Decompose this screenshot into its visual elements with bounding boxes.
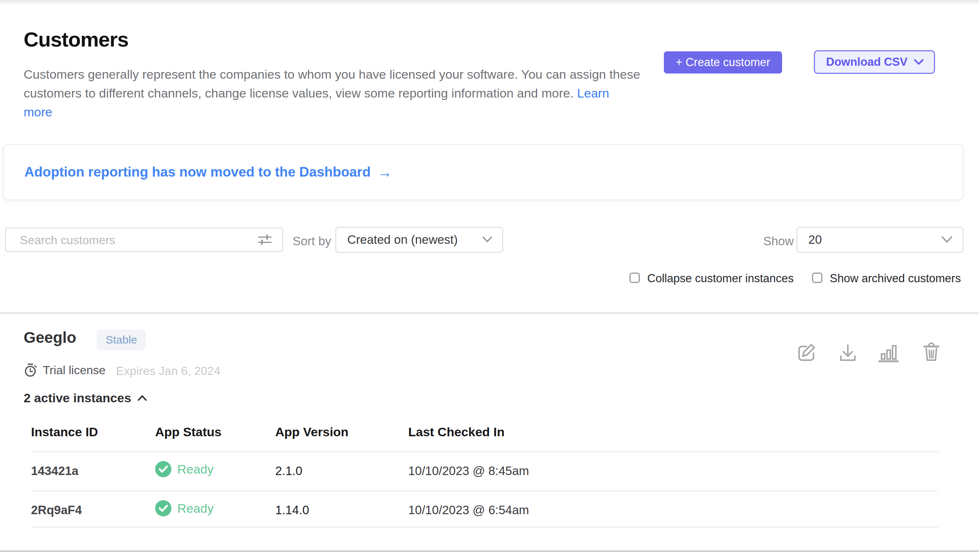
- sort-select[interactable]: Created on (newest): [335, 227, 503, 253]
- page-description: Customers generally represent the compan…: [23, 65, 640, 122]
- search-customers-input[interactable]: [19, 228, 242, 252]
- checkbox-row: Collapse customer instances Show archive…: [0, 272, 979, 287]
- status-check-icon: [155, 500, 172, 517]
- page-title: Customers: [23, 27, 128, 51]
- status-text: Ready: [177, 501, 213, 516]
- collapse-instances-checkbox[interactable]: [629, 273, 640, 283]
- license-expiry: Expires Jan 6, 2024: [116, 364, 220, 378]
- adoption-banner-link[interactable]: Adoption reporting has now moved to the …: [24, 164, 392, 181]
- download-csv-button[interactable]: Download CSV: [814, 50, 935, 74]
- chevron-down-icon: [941, 235, 953, 244]
- show-select-value: 20: [808, 233, 822, 247]
- download-csv-label: Download CSV: [826, 55, 907, 69]
- page-description-text: Customers generally represent the compan…: [23, 67, 640, 100]
- app-status-cell: Ready: [155, 461, 213, 477]
- chevron-down-icon: [482, 236, 493, 243]
- edit-customer-icon[interactable]: [797, 342, 816, 363]
- instance-id-cell: 2Rq9aF4: [31, 503, 82, 517]
- show-label: Show: [763, 234, 794, 248]
- sort-by-label: Sort by: [293, 234, 331, 248]
- last-checked-in-cell: 10/10/2023 @ 8:45am: [408, 464, 529, 478]
- instances-toggle[interactable]: 2 active instances: [23, 391, 147, 405]
- col-header-instance-id: Instance ID: [31, 425, 98, 439]
- instance-id-cell: 143421a: [31, 464, 78, 478]
- customer-actions: [794, 342, 949, 364]
- show-select[interactable]: 20: [797, 227, 964, 253]
- create-customer-label: + Create customer: [676, 56, 770, 69]
- sort-select-value: Created on (newest): [347, 233, 458, 247]
- top-scroll-shadow: [0, 0, 979, 5]
- instances-toggle-label: 2 active instances: [23, 391, 131, 405]
- license-row: Trial license: [23, 363, 106, 378]
- instances-table: Instance ID App Status App Version Last …: [31, 425, 938, 528]
- app-status-cell: Ready: [155, 500, 213, 517]
- status-text: Ready: [177, 462, 213, 477]
- next-customer-divider: [0, 550, 979, 552]
- section-divider: [0, 312, 979, 314]
- col-header-app-status: App Status: [155, 425, 221, 439]
- delete-customer-icon[interactable]: [921, 342, 941, 363]
- chevron-down-icon: [913, 58, 924, 66]
- table-row-divider: [31, 527, 938, 527]
- download-customer-icon[interactable]: [838, 342, 858, 363]
- table-row: 2Rq9aF4 Ready 1.14.0 10/10/2023 @ 6:54am: [31, 491, 938, 528]
- adoption-banner-text: Adoption reporting has now moved to the …: [24, 164, 370, 180]
- customers-page: Customers Customers generally represent …: [0, 0, 979, 560]
- app-version-cell: 1.14.0: [275, 503, 309, 517]
- app-version-cell: 2.1.0: [275, 464, 302, 478]
- show-archived-checkbox[interactable]: [812, 273, 822, 283]
- channel-badge: Stable: [97, 330, 146, 350]
- col-header-last-checked-in: Last Checked In: [408, 425, 505, 439]
- status-check-icon: [155, 461, 172, 477]
- license-type: Trial license: [43, 363, 106, 377]
- col-header-app-version: App Version: [275, 425, 349, 439]
- show-archived-label: Show archived customers: [830, 272, 961, 285]
- search-customers-box: [5, 228, 283, 252]
- arrow-right-icon: →: [377, 164, 392, 181]
- chevron-up-icon: [137, 395, 147, 402]
- filter-sliders-icon[interactable]: [258, 233, 272, 246]
- stopwatch-icon: [23, 363, 38, 378]
- customer-name[interactable]: Geeglo: [23, 329, 76, 347]
- adoption-banner: Adoption reporting has now moved to the …: [3, 144, 964, 200]
- create-customer-button[interactable]: + Create customer: [664, 51, 782, 73]
- collapse-instances-label: Collapse customer instances: [647, 272, 794, 285]
- last-checked-in-cell: 10/10/2023 @ 6:54am: [408, 503, 529, 517]
- table-row: 143421a Ready 2.1.0 10/10/2023 @ 8:45am: [31, 452, 938, 489]
- reporting-chart-icon[interactable]: [878, 342, 898, 363]
